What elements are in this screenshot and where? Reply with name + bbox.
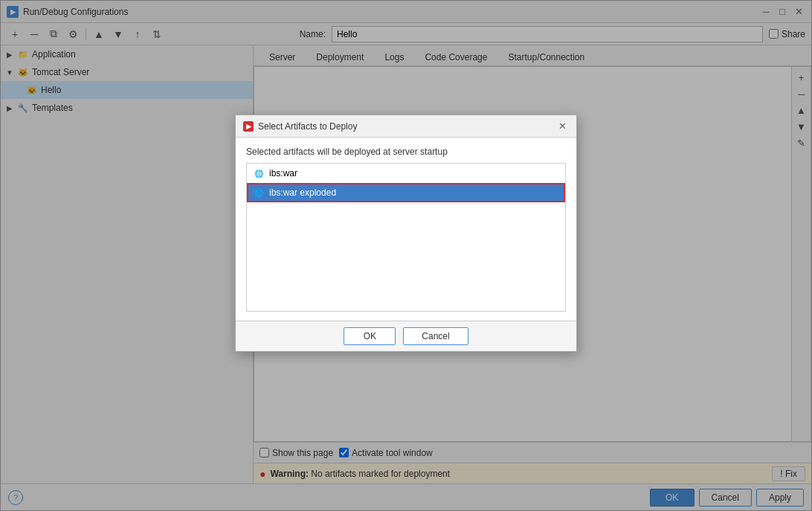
- artifact-label-war-exploded: ibs:war exploded: [269, 187, 336, 198]
- modal-cancel-button[interactable]: Cancel: [403, 327, 468, 345]
- modal-title-left: ▶ Select Artifacts to Deploy: [243, 121, 357, 132]
- artifact-item-ibs-war-exploded[interactable]: 🌐 ibs:war exploded: [247, 183, 565, 202]
- artifact-icon-war: 🌐: [253, 167, 265, 179]
- modal-title-bar: ▶ Select Artifacts to Deploy ✕: [236, 115, 576, 138]
- artifact-item-ibs-war[interactable]: 🌐 ibs:war: [247, 164, 565, 183]
- modal-subtitle: Selected artifacts will be deployed at s…: [246, 147, 566, 157]
- artifact-icon-war-exploded: 🌐: [253, 187, 265, 199]
- artifact-label-war: ibs:war: [269, 168, 297, 179]
- modal-ok-button[interactable]: OK: [344, 327, 396, 345]
- modal-title-icon: ▶: [243, 121, 254, 132]
- modal-dialog: ▶ Select Artifacts to Deploy ✕ Selected …: [235, 115, 577, 352]
- modal-close-button[interactable]: ✕: [555, 120, 569, 133]
- modal-title-text: Select Artifacts to Deploy: [258, 121, 357, 132]
- main-window: ▶ Run/Debug Configurations ─ □ ✕ + ─ ⧉ ⚙…: [0, 0, 812, 511]
- artifact-list: 🌐 ibs:war 🌐 ibs:war exploded: [246, 163, 566, 312]
- modal-footer: OK Cancel: [236, 321, 576, 351]
- modal-overlay: ▶ Select Artifacts to Deploy ✕ Selected …: [0, 0, 812, 511]
- modal-body: Selected artifacts will be deployed at s…: [236, 138, 576, 321]
